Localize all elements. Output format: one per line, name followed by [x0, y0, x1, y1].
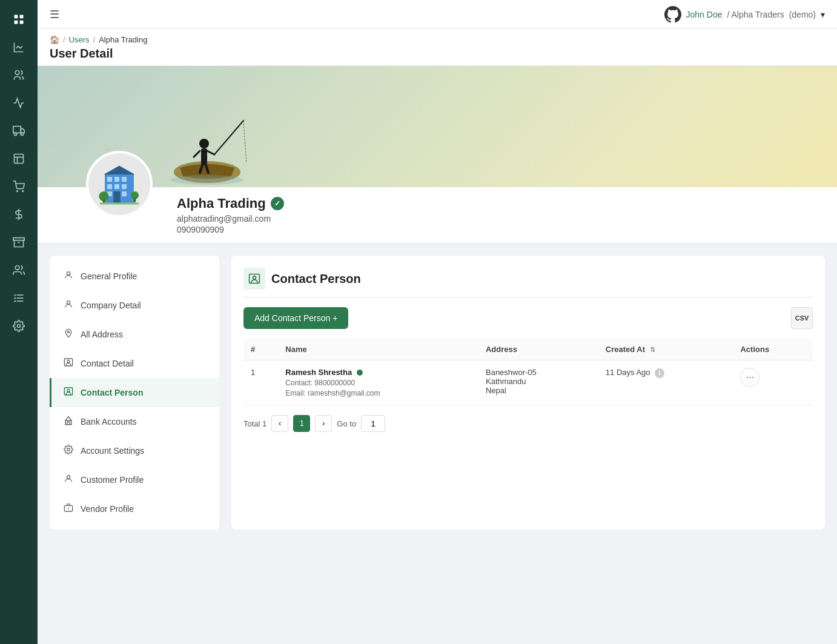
row-name-cell: Ramesh Shrestha Contact: 9800000000 Emai… [278, 360, 478, 405]
page-1-button[interactable]: 1 [293, 415, 310, 432]
sidebar-icon-analytics[interactable] [7, 35, 31, 59]
nav-item-customer-profile[interactable]: Customer Profile [50, 465, 219, 494]
content-body: 🏠 / Users / Alpha Trading User Detail [38, 29, 837, 644]
main-wrapper: ☰ John Doe / Alpha Traders (demo) ▾ 🏠 / … [38, 0, 837, 644]
sidebar-icon-packages[interactable] [7, 230, 31, 254]
svg-point-63 [253, 276, 256, 279]
svg-point-23 [171, 175, 243, 185]
svg-rect-2 [15, 21, 18, 24]
nav-item-all-address[interactable]: All Address [50, 320, 219, 349]
sidebar-icon-cart[interactable] [7, 174, 31, 199]
verified-badge [271, 197, 284, 210]
home-icon[interactable]: 🏠 [50, 35, 59, 44]
nav-item-contact-person[interactable]: Contact Person [50, 378, 219, 407]
nav-label-all-address: All Address [81, 330, 123, 339]
col-header-num: # [243, 339, 278, 360]
sidebar-icon-reports[interactable] [7, 91, 31, 115]
menu-toggle-icon[interactable]: ☰ [50, 8, 59, 21]
nav-label-bank-accounts: Bank Accounts [81, 417, 137, 427]
nav-item-vendor-profile[interactable]: Vendor Profile [50, 494, 219, 523]
sidebar-icon-delivery[interactable] [7, 119, 31, 143]
nav-label-vendor-profile: Vendor Profile [81, 504, 134, 514]
general-profile-icon [64, 270, 73, 282]
prev-page-button[interactable]: ‹ [271, 415, 288, 432]
csv-download-button[interactable]: CSV [791, 307, 813, 329]
svg-line-26 [194, 151, 200, 157]
svg-line-27 [207, 151, 214, 154]
svg-point-21 [18, 325, 21, 328]
fisherman-svg [147, 78, 268, 187]
section-contact-icon [243, 268, 265, 290]
svg-point-44 [131, 191, 139, 199]
address-line2: Kathmandu [486, 377, 591, 386]
breadcrumb-sep2: / [93, 35, 96, 44]
company-name: Alpha Trading [177, 196, 284, 211]
row-address-cell: Baneshwor-05 Kathmandu Nepal [478, 360, 598, 405]
dropdown-icon: ▾ [821, 10, 825, 19]
nav-label-account-settings: Account Settings [81, 446, 144, 456]
section-header: Contact Person [243, 268, 813, 297]
user-info[interactable]: John Doe / Alpha Traders (demo) ▾ [664, 6, 825, 23]
contact-name: Ramesh Shrestha [285, 368, 471, 377]
company-text: Alpha Trading alphatrading@gmail.com 090… [177, 196, 284, 234]
svg-rect-35 [122, 177, 127, 182]
svg-rect-1 [20, 15, 24, 19]
svg-rect-45 [134, 198, 136, 202]
sidebar-icon-finance[interactable] [7, 202, 31, 227]
company-detail-icon [64, 299, 73, 311]
col-header-name: Name [278, 339, 478, 360]
main-panel: Contact Person Add Contact Person + CSV … [231, 256, 825, 529]
row-actions-button[interactable]: ··· [740, 368, 759, 387]
sidebar-icon-users[interactable] [7, 63, 31, 87]
svg-point-12 [17, 191, 18, 192]
contact-detail-icon [64, 357, 73, 370]
svg-marker-6 [21, 129, 24, 133]
sidebar-icon-dashboard[interactable] [7, 7, 31, 32]
row-num: 1 [243, 360, 278, 405]
svg-point-8 [21, 133, 23, 135]
next-page-button[interactable]: › [315, 415, 332, 432]
icon-sidebar [0, 0, 38, 644]
nav-item-bank-accounts[interactable]: Bank Accounts [50, 407, 219, 436]
sidebar-icon-tasks[interactable] [7, 286, 31, 310]
svg-rect-46 [100, 202, 139, 204]
row-actions: ··· [733, 360, 813, 405]
svg-point-48 [67, 272, 70, 275]
svg-point-4 [15, 71, 19, 75]
section-title: Contact Person [271, 272, 361, 286]
svg-rect-15 [13, 238, 24, 241]
breadcrumb: 🏠 / Users / Alpha Trading [50, 35, 825, 44]
nav-item-general-profile[interactable]: General Profile [50, 262, 219, 291]
sidebar-icon-inventory[interactable] [7, 147, 31, 171]
col-header-actions: Actions [733, 339, 813, 360]
sidebar-icon-settings[interactable] [7, 314, 31, 338]
profile-info-bar: Alpha Trading alphatrading@gmail.com 090… [38, 187, 837, 244]
goto-input[interactable] [361, 415, 385, 432]
address-line1: Baneshwor-05 [486, 368, 591, 377]
company-avatar [86, 151, 153, 217]
svg-rect-34 [114, 177, 119, 182]
nav-item-company-detail[interactable]: Company Detail [50, 291, 219, 320]
svg-rect-38 [122, 184, 127, 189]
sort-icon-created: ⇅ [650, 346, 655, 353]
address-line3: Nepal [486, 386, 591, 395]
col-header-address: Address [478, 339, 598, 360]
add-contact-person-button[interactable]: Add Contact Person + [243, 307, 348, 329]
breadcrumb-users-link[interactable]: Users [69, 35, 90, 44]
svg-point-54 [67, 390, 70, 392]
sidebar-icon-teams[interactable] [7, 258, 31, 282]
nav-item-account-settings[interactable]: Account Settings [50, 436, 219, 465]
col-header-created-at[interactable]: Created At ⇅ [598, 339, 733, 360]
account-settings-icon [64, 445, 73, 457]
svg-rect-5 [13, 127, 21, 133]
svg-rect-33 [107, 177, 112, 182]
created-info-icon[interactable]: i [655, 368, 664, 378]
building-icon [95, 160, 144, 208]
breadcrumb-sep1: / [63, 35, 65, 44]
svg-point-52 [67, 360, 70, 363]
nav-item-contact-detail[interactable]: Contact Detail [50, 349, 219, 378]
svg-point-24 [199, 139, 209, 148]
page-header: 🏠 / Users / Alpha Trading User Detail [38, 29, 837, 66]
page-title: User Detail [50, 47, 825, 61]
svg-point-7 [15, 133, 17, 135]
